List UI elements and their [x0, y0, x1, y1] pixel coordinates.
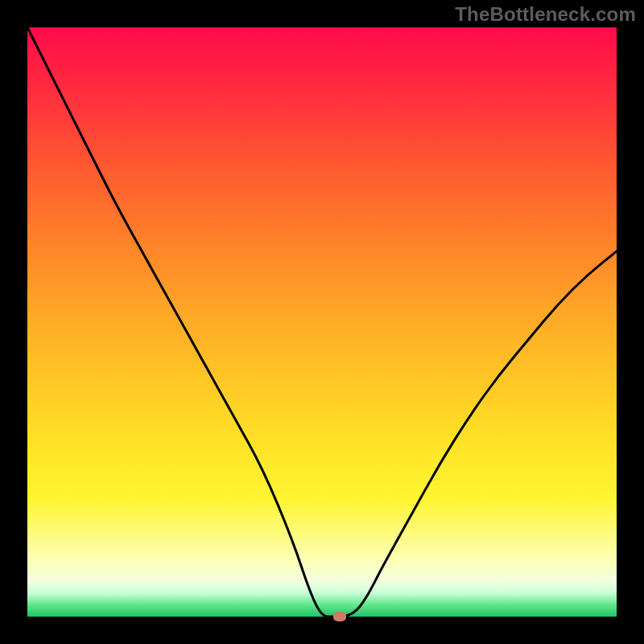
- watermark-text: TheBottleneck.com: [455, 3, 636, 26]
- chart-frame: TheBottleneck.com: [0, 0, 644, 644]
- optimum-marker: [333, 612, 346, 621]
- plot-area: [27, 27, 617, 617]
- curve-svg: [27, 27, 617, 617]
- bottleneck-curve-path: [27, 27, 617, 617]
